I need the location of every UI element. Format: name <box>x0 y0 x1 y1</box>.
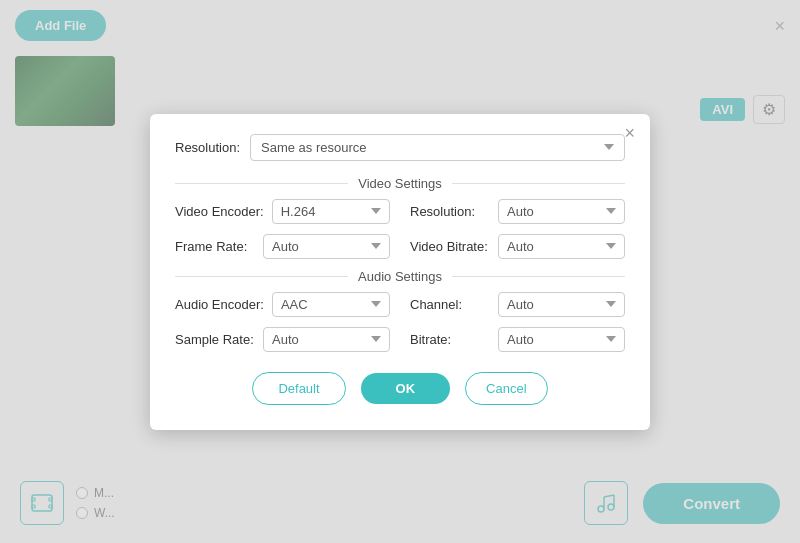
channel-select[interactable]: Auto <box>498 292 625 317</box>
frame-rate-row: Frame Rate: Auto <box>175 234 390 259</box>
video-section-divider: Video Settings <box>175 176 625 191</box>
resolution-right-row: Resolution: Auto <box>410 199 625 224</box>
audio-divider-left <box>175 276 348 277</box>
ok-button[interactable]: OK <box>361 373 451 404</box>
top-resolution-row: Resolution: Same as resource <box>175 134 625 161</box>
video-bitrate-select[interactable]: Auto <box>498 234 625 259</box>
default-button[interactable]: Default <box>252 372 345 405</box>
audio-encoder-select[interactable]: AAC <box>272 292 390 317</box>
video-settings-title: Video Settings <box>358 176 442 191</box>
video-bitrate-label: Video Bitrate: <box>410 239 490 254</box>
sample-rate-row: Sample Rate: Auto <box>175 327 390 352</box>
video-encoder-select[interactable]: H.264 <box>272 199 390 224</box>
channel-label: Channel: <box>410 297 490 312</box>
divider-left <box>175 183 348 184</box>
video-bitrate-row: Video Bitrate: Auto <box>410 234 625 259</box>
video-encoder-label: Video Encoder: <box>175 204 264 219</box>
audio-settings-title: Audio Settings <box>358 269 442 284</box>
app-background: Add File × AVI ⚙ <box>0 0 800 543</box>
top-resolution-select[interactable]: Same as resource <box>250 134 625 161</box>
audio-section-divider: Audio Settings <box>175 269 625 284</box>
frame-rate-select[interactable]: Auto <box>263 234 390 259</box>
channel-row: Channel: Auto <box>410 292 625 317</box>
audio-settings-grid: Audio Encoder: AAC Channel: Auto Sample … <box>175 292 625 352</box>
sample-rate-label: Sample Rate: <box>175 332 255 347</box>
frame-rate-label: Frame Rate: <box>175 239 255 254</box>
resolution-right-label: Resolution: <box>410 204 490 219</box>
sample-rate-select[interactable]: Auto <box>263 327 390 352</box>
cancel-button[interactable]: Cancel <box>465 372 547 405</box>
audio-encoder-row: Audio Encoder: AAC <box>175 292 390 317</box>
resolution-right-select[interactable]: Auto <box>498 199 625 224</box>
audio-divider-right <box>452 276 625 277</box>
modal-overlay: × Resolution: Same as resource Video Set… <box>0 0 800 543</box>
bitrate-select[interactable]: Auto <box>498 327 625 352</box>
audio-encoder-label: Audio Encoder: <box>175 297 264 312</box>
settings-modal: × Resolution: Same as resource Video Set… <box>150 114 650 430</box>
modal-close-button[interactable]: × <box>624 124 635 142</box>
modal-buttons: Default OK Cancel <box>175 372 625 405</box>
video-settings-grid: Video Encoder: H.264 Resolution: Auto Fr… <box>175 199 625 259</box>
video-encoder-row: Video Encoder: H.264 <box>175 199 390 224</box>
divider-right <box>452 183 625 184</box>
top-resolution-label: Resolution: <box>175 140 240 155</box>
bitrate-row: Bitrate: Auto <box>410 327 625 352</box>
bitrate-label: Bitrate: <box>410 332 490 347</box>
